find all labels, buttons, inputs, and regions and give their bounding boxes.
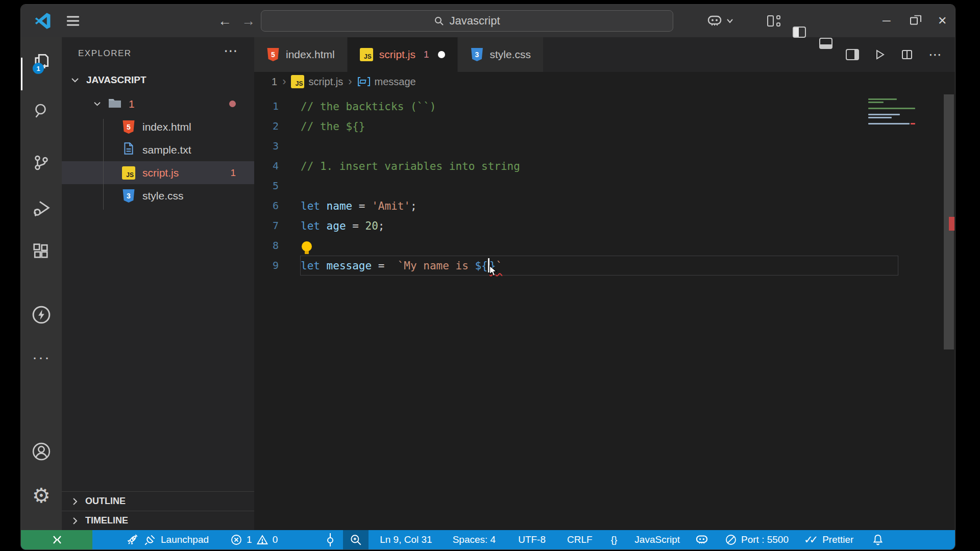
code-line-8[interactable]: 8 [254, 236, 898, 256]
line-number[interactable]: 7 [254, 216, 279, 236]
tree-item-sample-txt[interactable]: sample.txt [62, 138, 254, 161]
sidebar-item-extensions[interactable] [21, 242, 62, 261]
line-number[interactable]: 4 [254, 156, 279, 176]
tree-item-label: script.js [142, 167, 179, 179]
editor-scrollbar[interactable] [943, 91, 955, 530]
code-line-6[interactable]: 6let name = 'Amit'; [254, 196, 898, 216]
toggle-secondary-sidebar-button[interactable] [846, 49, 859, 60]
menu-icon[interactable] [67, 14, 79, 29]
code-line-9[interactable]: 9let message = `My name is ${}` [254, 256, 898, 276]
command-center-search[interactable]: Javascript [261, 10, 673, 32]
timeline-pane-header[interactable]: TIMELINE [62, 511, 254, 530]
overview-ruler-error-mark [949, 217, 954, 231]
formatter-button[interactable]: ✓✓ Prettier [804, 534, 853, 546]
title-bar: ← → Javascript ─ ✕ [21, 5, 955, 37]
toggle-primary-sidebar-button[interactable] [793, 27, 806, 38]
restore-button[interactable] [910, 17, 918, 25]
minimize-button[interactable]: ─ [883, 14, 891, 28]
customize-layout-button[interactable] [767, 15, 780, 27]
minimap-line [868, 102, 915, 103]
lightbulb-icon[interactable] [302, 241, 312, 252]
code-line-5[interactable]: 5 [254, 176, 898, 196]
sidebar-item-live-server[interactable] [21, 305, 62, 325]
line-number[interactable]: 1 [254, 96, 279, 116]
workspace-section-header[interactable]: JAVASCRIPT [62, 71, 254, 89]
code-line-1[interactable]: 1// the backticks (``) [254, 96, 898, 116]
breadcrumb-item-1[interactable]: 1 [272, 76, 277, 88]
tree-item-script-js[interactable]: JSscript.js1 [62, 161, 254, 184]
forward-button[interactable]: → [241, 13, 255, 29]
folder-icon [108, 96, 121, 110]
tree-item-label: index.html [142, 121, 191, 133]
minimap[interactable] [868, 98, 915, 126]
tab-style-css[interactable]: 3style.css [458, 37, 544, 72]
tree-item-label: sample.txt [142, 144, 191, 156]
text-cursor [488, 258, 489, 272]
double-check-icon: ✓✓ [804, 534, 818, 546]
extensions-icon [32, 242, 51, 261]
zoom-in-button[interactable] [343, 530, 369, 549]
tab-index-html[interactable]: 5index.html [254, 37, 348, 72]
code-editor[interactable]: 1// the backticks (``)2// the ${}34// 1.… [254, 91, 955, 530]
remote-indicator[interactable] [21, 530, 92, 549]
minimap-line [868, 120, 915, 121]
account-icon[interactable] [21, 441, 62, 462]
run-code-icon[interactable] [873, 48, 886, 61]
breadcrumb-item-script-js[interactable]: JSscript.js [291, 75, 343, 88]
minimap-line [868, 117, 915, 118]
cursor-position[interactable]: Ln 9, Col 31 [380, 534, 432, 545]
line-number[interactable]: 5 [254, 176, 279, 196]
explorer-sidebar: EXPLORER ⋯ JAVASCRIPT 15index.htmlsample… [62, 37, 254, 530]
more-views-icon[interactable]: ··· [21, 349, 62, 365]
editor-more-actions-icon[interactable]: ⋯ [928, 47, 942, 63]
problems-button[interactable]: 1 0 [230, 534, 278, 546]
sidebar-item-search[interactable] [21, 102, 62, 120]
chevron-down-icon [93, 101, 101, 107]
notifications-bell[interactable] [872, 534, 884, 546]
sidebar-item-run-debug[interactable] [21, 198, 62, 218]
sidebar-item-explorer[interactable]: 1 [21, 52, 62, 71]
plug-icon [143, 533, 157, 546]
sidebar-item-source-control[interactable] [21, 154, 62, 172]
eol-indicator[interactable]: CRLF [567, 534, 593, 545]
zoom-in-icon [349, 533, 362, 546]
brackets-indicator[interactable]: {} [611, 534, 618, 545]
code-line-3[interactable]: 3 [254, 136, 898, 156]
line-number[interactable]: 9 [254, 256, 279, 276]
outline-pane-header[interactable]: OUTLINE [62, 491, 254, 511]
tree-item-1[interactable]: 1 [62, 92, 254, 115]
pin-circle-icon [325, 533, 336, 547]
toggle-panel-button[interactable] [819, 38, 832, 49]
tree-item-index-html[interactable]: 5index.html [62, 115, 254, 138]
lightning-icon [31, 305, 52, 325]
tree-item-style-css[interactable]: 3style.css [62, 184, 254, 207]
launchpad-button[interactable]: Launchpad [126, 533, 209, 546]
modified-dot[interactable] [438, 51, 445, 58]
indentation-indicator[interactable]: Spaces: 4 [453, 534, 496, 545]
code-line-2[interactable]: 2// the ${} [254, 116, 898, 136]
encoding-indicator[interactable]: UTF-8 [518, 534, 546, 545]
breadcrumb-label: message [375, 76, 416, 88]
explorer-more-actions-icon[interactable]: ⋯ [224, 42, 239, 59]
language-mode[interactable]: JavaScript [634, 534, 680, 545]
symbol-variable-icon [357, 77, 371, 87]
split-editor-icon[interactable] [901, 48, 913, 61]
code-line-7[interactable]: 7let age = 20; [254, 216, 898, 236]
line-number[interactable]: 2 [254, 116, 279, 136]
copilot-status-icon[interactable] [695, 535, 708, 545]
breadcrumb-item-message[interactable]: message [357, 76, 416, 88]
settings-gear-icon[interactable]: ⚙ [21, 485, 62, 506]
line-number[interactable]: 6 [254, 196, 279, 216]
line-number[interactable]: 8 [254, 236, 279, 256]
port-button[interactable]: Port : 5500 [725, 534, 789, 546]
code-line-4[interactable]: 4// 1. insert variables into string [254, 156, 898, 176]
close-button[interactable]: ✕ [938, 14, 947, 28]
tab-script-js[interactable]: JSscript.js1 [348, 37, 458, 72]
status-bar: Launchpad 1 0 Ln 9, Col 31 Spaces: 4 UTF… [21, 530, 955, 549]
line-number[interactable]: 3 [254, 136, 279, 156]
css-icon: 3 [122, 189, 135, 203]
copilot-button[interactable] [707, 15, 733, 27]
back-button[interactable]: ← [218, 13, 232, 29]
screencast-indicator[interactable] [325, 533, 336, 547]
tab-label: script.js [379, 48, 415, 61]
